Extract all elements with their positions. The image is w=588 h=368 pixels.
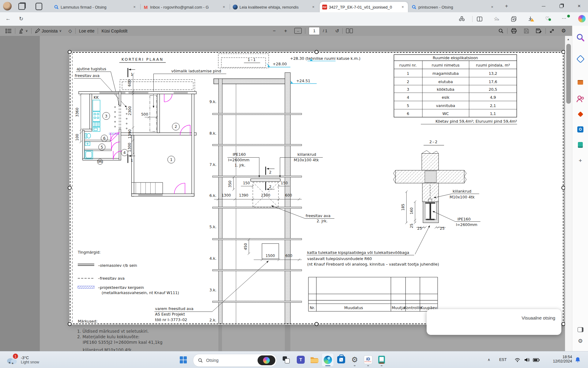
refresh-icon[interactable]: ↻ <box>19 16 23 22</box>
taskbar-search-field[interactable]: Otsing <box>193 354 277 367</box>
weather-widget[interactable]: ** 1 -3°C Light snow <box>6 353 76 367</box>
sidebar-notes-icon[interactable] <box>575 140 585 150</box>
tab-gmail[interactable]: M Inbox - rogovriho@gmail.com - G × <box>141 2 229 12</box>
volume-icon[interactable] <box>524 358 530 362</box>
scrollbar-thumb[interactable] <box>566 44 571 104</box>
sidebar-people-icon[interactable] <box>575 94 585 104</box>
scrollbar[interactable]: ▲ <box>565 36 572 351</box>
store-app-button[interactable] <box>335 353 347 366</box>
selection-handle-w[interactable] <box>68 186 72 190</box>
sidebar-m365-icon[interactable] <box>575 109 585 119</box>
selection-handle-ne[interactable] <box>561 50 565 54</box>
notification-bell-icon[interactable] <box>575 357 580 363</box>
close-icon[interactable]: × <box>221 4 227 10</box>
tab-title: Leia kvaliteetne ehitaja, remondis <box>239 5 309 10</box>
close-icon[interactable]: × <box>311 4 316 10</box>
collections-icon[interactable] <box>511 16 517 22</box>
tab-title: 3427_TP_EK-7-01_v01_joonised_0 <box>329 5 398 10</box>
save-as-icon[interactable] <box>536 28 542 34</box>
split-screen-icon[interactable] <box>477 16 483 22</box>
browser-essentials-icon[interactable]: ♡ <box>545 16 549 21</box>
notepad-app-button[interactable] <box>375 353 388 366</box>
svg-text:4.k.: 4.k. <box>209 256 217 261</box>
fit-width-icon[interactable]: ↔ <box>294 28 302 34</box>
visual-search-popup[interactable]: Visuaalne otsing <box>427 309 561 335</box>
zoom-out-icon[interactable]: − <box>273 28 276 34</box>
highlight-tool-button[interactable]: ∨ <box>19 28 28 33</box>
zoom-in-icon[interactable]: + <box>284 28 287 34</box>
copilot-icon[interactable] <box>578 15 586 22</box>
draw-tool-button[interactable]: Joonista ∨ <box>35 28 62 33</box>
svg-text:+28.30 (tehnilise ruumi katuse: +28.30 (tehnilise ruumi katuse k.m.) <box>290 56 360 61</box>
sidebar-add-icon[interactable]: + <box>575 156 585 166</box>
weather-condition: Light snow <box>21 360 39 364</box>
tab-printscreen[interactable]: printscreen - Otsing × <box>409 2 497 12</box>
rotate-icon[interactable]: ↺ <box>335 28 339 34</box>
profile-avatar[interactable] <box>3 2 12 10</box>
new-tab-button[interactable]: + <box>503 2 510 10</box>
pdf-settings-gear-icon[interactable]: ⚙ <box>561 28 566 34</box>
svg-text:25: 25 <box>440 226 444 231</box>
search-placeholder: Otsing <box>206 358 258 363</box>
wifi-icon[interactable] <box>514 358 520 362</box>
search-document-icon[interactable] <box>498 28 504 34</box>
close-window-button[interactable]: × <box>570 0 588 12</box>
taskbar-copilot-button[interactable] <box>258 355 275 365</box>
battery-icon[interactable] <box>533 358 540 362</box>
selection-handle-e[interactable] <box>561 186 565 190</box>
svg-text:96: 96 <box>98 159 103 164</box>
plan-label: võimalik ladustamise pind <box>171 69 221 73</box>
tab-ehitaja[interactable]: Leia kvaliteetne ehitaja, remondis × <box>230 2 318 12</box>
svg-text:+24.51: +24.51 <box>296 79 310 83</box>
selection-handle-n[interactable] <box>315 50 318 54</box>
save-icon[interactable] <box>524 28 529 34</box>
selection-handle-s[interactable] <box>315 322 318 326</box>
clock[interactable]: 18:54 12/02/2024 <box>547 355 572 363</box>
sidebar-toolbox-icon[interactable] <box>575 77 585 87</box>
ask-copilot-button[interactable]: Küsi Copilotilt <box>101 29 127 33</box>
scroll-up-icon[interactable]: ▲ <box>567 38 570 41</box>
svg-text:13,2: 13,2 <box>489 71 497 76</box>
close-icon[interactable]: × <box>400 4 405 10</box>
page-view-icon[interactable] <box>346 29 353 33</box>
close-icon[interactable]: × <box>489 4 495 10</box>
read-aloud-button[interactable]: Loe ette <box>79 29 95 33</box>
task-view-button[interactable] <box>280 353 292 366</box>
tab-actions-icon[interactable] <box>36 3 42 10</box>
selection-handle-se[interactable] <box>561 322 565 326</box>
extensions-icon[interactable] <box>459 16 465 22</box>
page-number-input[interactable]: 1 <box>309 27 320 35</box>
selection-handle-nw[interactable] <box>68 50 72 54</box>
minimize-button[interactable] <box>535 0 552 12</box>
settings-more-icon[interactable]: ⋯ <box>562 16 567 21</box>
fullscreen-icon[interactable] <box>549 28 555 34</box>
toc-icon[interactable] <box>6 29 12 33</box>
settings-app-button[interactable]: ⚙ <box>349 353 361 366</box>
file-explorer-button[interactable] <box>308 353 320 366</box>
language-indicator[interactable]: EST <box>499 358 507 362</box>
erase-tool-icon[interactable]: ◇ <box>68 28 72 34</box>
downloads-icon[interactable] <box>527 16 533 23</box>
restore-button[interactable] <box>552 0 570 12</box>
tab-pdf-active[interactable]: PDF 3427_TP_EK-7-01_v01_joonised_0 × <box>320 2 408 12</box>
close-icon[interactable]: × <box>132 4 137 10</box>
visual-search-label[interactable]: Visuaalne otsing <box>522 315 555 320</box>
sidebar-panel-icon[interactable] <box>575 325 585 335</box>
tray-expand-icon[interactable]: ∧ <box>488 358 490 362</box>
sidebar-search-icon[interactable] <box>575 33 585 42</box>
sidebar-shopping-icon[interactable] <box>575 54 585 64</box>
selection-handle-sw[interactable] <box>68 322 72 326</box>
sidebar-settings-icon[interactable]: ⚙ <box>575 336 585 346</box>
teams-app-button[interactable]: T <box>295 353 307 366</box>
workspaces-icon[interactable] <box>18 3 25 10</box>
sidebar-outlook-icon[interactable]: O <box>575 125 585 134</box>
edge-app-button[interactable] <box>322 353 334 366</box>
print-icon[interactable] <box>511 28 517 34</box>
favorites-bar-icon[interactable]: ☆≡ <box>494 16 499 22</box>
tab-lammutus[interactable]: Lammutus firmad - Otsing × <box>51 2 140 12</box>
back-icon[interactable]: ← <box>6 16 11 22</box>
start-button[interactable] <box>177 353 189 366</box>
digidoc-app-button[interactable]: iDDIGIDOC <box>362 353 374 366</box>
visual-search-selection[interactable]: KORTERI PLAAN ajutine tugistus freesitav… <box>70 52 564 324</box>
note-line: 2. Materjalide kulu kokkuvõte: <box>77 334 139 339</box>
